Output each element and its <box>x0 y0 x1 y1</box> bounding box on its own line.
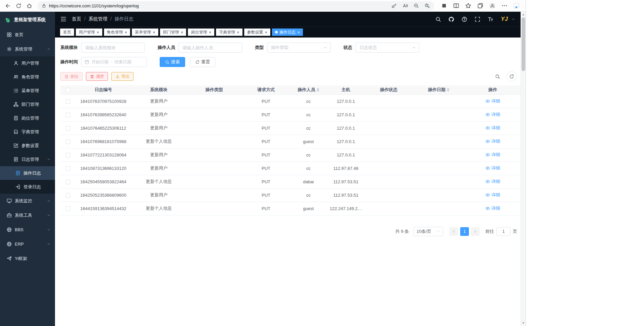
sidebar-menu-item[interactable]: ERP <box>0 237 55 251</box>
tag-view-tab[interactable]: 首页 <box>60 28 74 36</box>
bing-icon[interactable] <box>512 1 521 10</box>
sidebar-menu-item[interactable]: BBS <box>0 222 55 237</box>
tag-view-tab[interactable]: 菜单管理 <box>132 28 158 36</box>
sort-carets-icon[interactable] <box>317 88 319 92</box>
page-scrollbar[interactable] <box>521 12 526 326</box>
prev-page-button[interactable] <box>449 227 458 236</box>
breadcrumb-item[interactable]: 操作日志 <box>115 16 133 22</box>
extensions-icon[interactable] <box>439 1 448 10</box>
reload-icon[interactable] <box>13 1 23 11</box>
collections-icon[interactable] <box>476 1 485 10</box>
scrollbar-up-icon[interactable] <box>522 14 524 15</box>
scrollbar-thumb[interactable] <box>522 17 525 71</box>
github-icon[interactable] <box>448 16 454 22</box>
profile-avatar-icon[interactable] <box>488 1 497 10</box>
column-header[interactable]: 操作状态 <box>365 85 413 94</box>
zoom-out-icon[interactable] <box>414 3 419 8</box>
back-icon[interactable] <box>3 1 13 11</box>
column-header[interactable]: 请求方式 <box>242 85 290 94</box>
row-checkbox[interactable] <box>66 99 70 104</box>
favorite-add-icon[interactable] <box>425 3 430 8</box>
tag-view-tab[interactable]: 角色管理 <box>104 28 130 36</box>
address-bar[interactable]: https://ccnetcore.com:1101/system/log/op… <box>38 1 434 10</box>
close-icon[interactable] <box>125 30 127 35</box>
detail-link[interactable]: 详细 <box>485 125 500 131</box>
close-icon[interactable] <box>153 30 155 35</box>
row-checkbox[interactable] <box>66 206 70 211</box>
row-checkbox[interactable] <box>66 180 70 184</box>
avatar-caret-icon[interactable] <box>512 17 515 21</box>
type-select[interactable]: 操作类型 <box>267 43 331 53</box>
table-search-icon[interactable] <box>492 71 502 81</box>
sidebar-menu-item[interactable]: Yi框架 <box>0 251 55 266</box>
close-icon[interactable] <box>97 30 99 35</box>
tag-view-tab[interactable]: 部门管理 <box>160 28 186 36</box>
sidebar-menu-item[interactable]: 字典管理 <box>0 125 55 139</box>
export-button[interactable]: 导出 <box>111 72 133 81</box>
column-header[interactable]: 操作人员 <box>290 85 327 94</box>
operator-input[interactable] <box>178 43 242 53</box>
row-checkbox[interactable] <box>66 193 70 198</box>
sidebar-menu-item[interactable]: 角色管理 <box>0 70 55 84</box>
column-header[interactable]: 操作类型 <box>186 85 242 94</box>
row-checkbox[interactable] <box>66 126 70 131</box>
search-icon[interactable] <box>435 16 441 22</box>
key-icon[interactable] <box>391 3 397 8</box>
column-header[interactable]: 操作日期 <box>413 85 465 94</box>
sidebar-menu-item[interactable]: 系统管理 <box>0 42 55 56</box>
sidebar-menu-item[interactable]: 系统监控 <box>0 194 55 208</box>
tag-view-tab[interactable]: 操作日志 <box>272 28 303 36</box>
detail-link[interactable]: 详细 <box>485 192 500 198</box>
row-checkbox[interactable] <box>66 113 70 117</box>
close-icon[interactable] <box>209 30 211 35</box>
detail-link[interactable]: 详细 <box>485 98 500 104</box>
detail-link[interactable]: 详细 <box>485 112 500 118</box>
detail-link[interactable]: 详细 <box>485 152 500 158</box>
read-aloud-icon[interactable] <box>402 3 408 8</box>
tag-view-tab[interactable]: 字典管理 <box>216 28 243 36</box>
sort-carets-icon[interactable] <box>447 88 449 92</box>
sidebar-menu-item[interactable]: 部门管理 <box>0 97 55 111</box>
help-icon[interactable] <box>462 16 467 22</box>
sidebar-menu-item[interactable]: 系统工具 <box>0 208 55 222</box>
page-number-button[interactable]: 1 <box>460 227 469 236</box>
module-input[interactable] <box>81 43 145 53</box>
page-size-select[interactable]: 10条/页 <box>414 227 443 236</box>
breadcrumb-item[interactable]: 首页 <box>72 16 86 22</box>
home-icon[interactable] <box>24 1 34 11</box>
sidebar-menu-item[interactable]: 参数设置 <box>0 139 55 152</box>
row-checkbox[interactable] <box>66 166 70 171</box>
breadcrumb-item[interactable]: 系统管理 <box>89 16 112 22</box>
sidebar-toggle[interactable] <box>60 16 66 22</box>
detail-link[interactable]: 详细 <box>485 205 500 211</box>
select-all-checkbox[interactable] <box>66 88 70 92</box>
sidebar-menu-item[interactable]: 岗位管理 <box>0 111 55 125</box>
sidebar-menu-item[interactable]: 首页 <box>0 27 55 42</box>
font-size-icon[interactable] <box>488 16 493 22</box>
column-header[interactable]: 操作 <box>465 85 521 94</box>
column-header[interactable]: 日志编号 <box>75 85 131 94</box>
tag-view-tab[interactable]: 用户管理 <box>76 28 102 36</box>
tag-view-tab[interactable]: 岗位管理 <box>188 28 214 36</box>
close-icon[interactable] <box>265 30 268 35</box>
clear-button[interactable]: 清空 <box>86 72 108 81</box>
user-avatar[interactable]: YJ <box>501 14 508 24</box>
goto-page-input[interactable] <box>496 227 511 236</box>
close-icon[interactable] <box>297 30 300 35</box>
table-refresh-icon[interactable] <box>506 71 517 81</box>
next-page-button[interactable] <box>471 227 480 236</box>
row-checkbox[interactable] <box>66 153 70 157</box>
close-icon[interactable] <box>181 30 183 35</box>
close-icon[interactable] <box>237 30 239 35</box>
url-text[interactable]: https://ccnetcore.com:1101/system/log/op… <box>49 3 389 8</box>
split-screen-icon[interactable] <box>451 1 461 10</box>
fullscreen-icon[interactable] <box>475 16 480 22</box>
sidebar-menu-item[interactable]: 操作日志 <box>0 166 55 180</box>
detail-link[interactable]: 详细 <box>485 165 500 171</box>
more-options-icon[interactable] <box>500 1 509 10</box>
scrollbar-down-icon[interactable] <box>522 322 524 324</box>
sidebar-menu-item[interactable]: 登录日志 <box>0 180 55 194</box>
status-select[interactable]: 日志状态 <box>356 43 419 53</box>
delete-button[interactable]: 删除 <box>60 72 83 81</box>
search-button[interactable]: 搜索 <box>160 57 185 67</box>
